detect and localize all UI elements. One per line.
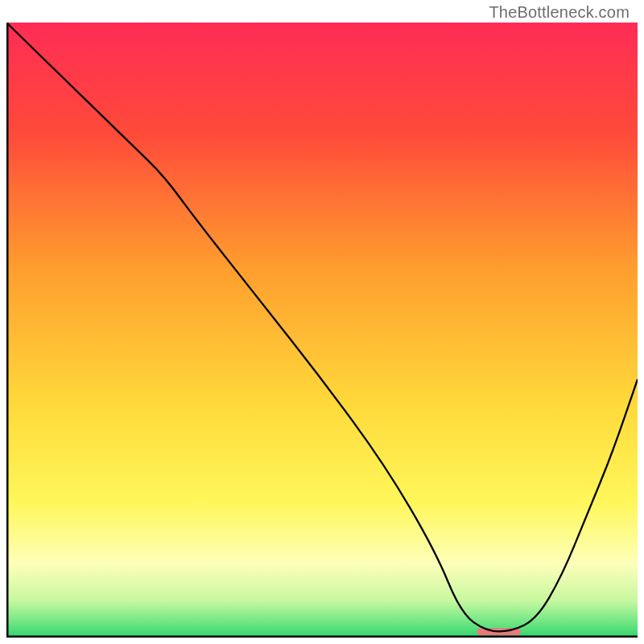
chart-container: { "watermark": "TheBottleneck.com", "cha… — [0, 0, 644, 644]
watermark-text: TheBottleneck.com — [489, 3, 630, 22]
plot-area — [6, 23, 638, 638]
chart-svg — [6, 23, 638, 638]
